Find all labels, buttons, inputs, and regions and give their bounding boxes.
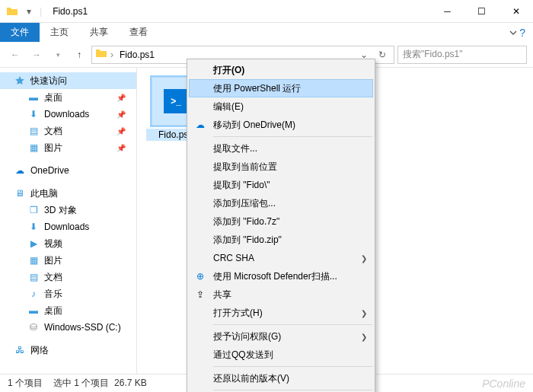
separator [213,136,372,137]
folder-icon [95,47,107,62]
sidebar-quick-access[interactable]: 快速访问 [0,72,136,89]
document-icon: ▤ [27,271,40,283]
pin-icon: 📌 [116,144,126,152]
watermark: PConline [482,378,525,390]
context-menu: 打开(O) 使用 PowerShell 运行 编辑(E) ☁移动到 OneDri… [187,59,375,392]
ctx-open-with[interactable]: 打开方式(H)❯ [189,304,373,322]
forward-button[interactable]: → [27,46,46,64]
shield-icon: ⊕ [193,269,207,283]
desktop-icon: ▬ [27,304,40,317]
sidebar-pc-pictures[interactable]: ▦图片 [0,252,136,269]
tab-home[interactable]: 主页 [40,23,79,42]
ctx-extract-to[interactable]: 提取到 "Fido\" [189,176,373,194]
ctx-extract-here[interactable]: 提取到当前位置 [189,158,373,176]
separator [213,366,372,367]
up-button[interactable]: ↑ [70,46,88,64]
separator [213,324,372,325]
video-icon: ▶ [27,237,40,250]
star-icon [14,75,26,87]
titlebar: ▾ | Fido.ps1 ─ ☐ ✕ [0,0,533,23]
download-icon: ⬇ [27,221,40,233]
document-icon: ▤ [27,125,40,137]
sidebar-pictures[interactable]: ▦图片📌 [0,139,136,156]
ctx-grant-access[interactable]: 授予访问权限(G)❯ [189,327,373,346]
back-button[interactable]: ← [6,46,24,64]
breadcrumb[interactable]: Fido.ps1 [116,49,158,60]
sidebar-pc-downloads[interactable]: ⬇Downloads [0,218,136,235]
pin-icon: 📌 [116,127,126,135]
cloud-icon: ☁ [14,164,26,177]
cloud-icon: ☁ [193,118,207,132]
search-placeholder: 搜索"Fido.ps1" [403,48,463,61]
tab-share[interactable]: 共享 [79,23,119,42]
network-icon: 🖧 [14,344,26,356]
ctx-extract-files[interactable]: 提取文件... [189,139,373,158]
tab-view[interactable]: 查看 [119,23,158,42]
sidebar-network[interactable]: 🖧网络 [0,342,136,359]
ctx-crc-sha[interactable]: CRC SHA❯ [189,249,373,267]
download-icon: ⬇ [27,108,40,120]
status-count: 1 个项目 [8,377,43,390]
sidebar-videos[interactable]: ▶视频 [0,235,136,252]
maximize-button[interactable]: ☐ [464,0,499,23]
recent-dropdown-icon[interactable]: ▾ [49,46,67,64]
tab-file[interactable]: 文件 [0,23,40,42]
pin-icon: 📌 [116,110,126,119]
sidebar-this-pc[interactable]: 🖥此电脑 [0,185,136,202]
status-selected: 选中 1 个项目 26.7 KB [53,377,147,390]
share-icon: ⇪ [193,288,207,301]
pin-icon: 📌 [116,94,126,102]
chevron-right-icon: ❯ [361,254,367,263]
separator [213,390,372,390]
ctx-share[interactable]: ⇪共享 [189,285,373,304]
ctx-defender-scan[interactable]: ⊕使用 Microsoft Defender扫描... [189,267,373,285]
sidebar-downloads[interactable]: ⬇Downloads📌 [0,106,136,123]
sidebar-documents[interactable]: ▤文档📌 [0,123,136,139]
desktop-icon: ▬ [27,91,40,104]
chevron-right-icon[interactable]: › [110,49,113,60]
ctx-edit[interactable]: 编辑(E) [189,97,373,116]
music-icon: ♪ [27,288,40,300]
folder-icon [6,5,18,18]
powershell-icon: >_ [164,89,188,113]
sidebar-3d-objects[interactable]: ❒3D 对象 [0,202,136,218]
ribbon-tabs: 文件 主页 共享 查看 ? [0,23,533,42]
search-input[interactable]: 搜索"Fido.ps1" [397,46,527,64]
ctx-add-zip[interactable]: 添加到 "Fido.zip" [189,231,373,249]
sidebar-desktop[interactable]: ▬桌面📌 [0,89,136,106]
pictures-icon: ▦ [27,254,40,266]
chevron-right-icon: ❯ [361,309,367,317]
ctx-move-onedrive[interactable]: ☁移动到 OneDrive(M) [189,116,373,134]
ctx-restore[interactable]: 还原以前的版本(V) [189,369,373,387]
3d-icon: ❒ [27,204,40,216]
ctx-add-7z[interactable]: 添加到 "Fido.7z" [189,212,373,231]
sidebar-pc-documents[interactable]: ▤文档 [0,269,136,285]
drive-icon: ⛁ [27,321,40,333]
refresh-icon[interactable]: ↻ [374,49,391,60]
sidebar: 快速访问 ▬桌面📌 ⬇Downloads📌 ▤文档📌 ▦图片📌 ☁OneDriv… [0,68,137,374]
close-button[interactable]: ✕ [499,0,533,23]
pictures-icon: ▦ [27,142,40,154]
ctx-add-archive[interactable]: 添加到压缩包... [189,194,373,212]
ctx-run-powershell[interactable]: 使用 PowerShell 运行 [189,79,373,97]
chevron-right-icon: ❯ [361,333,367,341]
ctx-open[interactable]: 打开(O) [189,61,373,79]
sidebar-onedrive[interactable]: ☁OneDrive [0,162,136,179]
pc-icon: 🖥 [14,187,26,199]
minimize-button[interactable]: ─ [430,0,464,23]
dropdown-icon[interactable]: ▾ [23,5,35,18]
ctx-qq-send[interactable]: 通过QQ发送到 [189,346,373,364]
ribbon-expand-icon[interactable]: ? [502,23,533,42]
window-title: Fido.ps1 [53,6,88,17]
sidebar-music[interactable]: ♪音乐 [0,285,136,302]
sidebar-pc-desktop[interactable]: ▬桌面 [0,302,136,319]
sidebar-drive-c[interactable]: ⛁Windows-SSD (C:) [0,319,136,336]
